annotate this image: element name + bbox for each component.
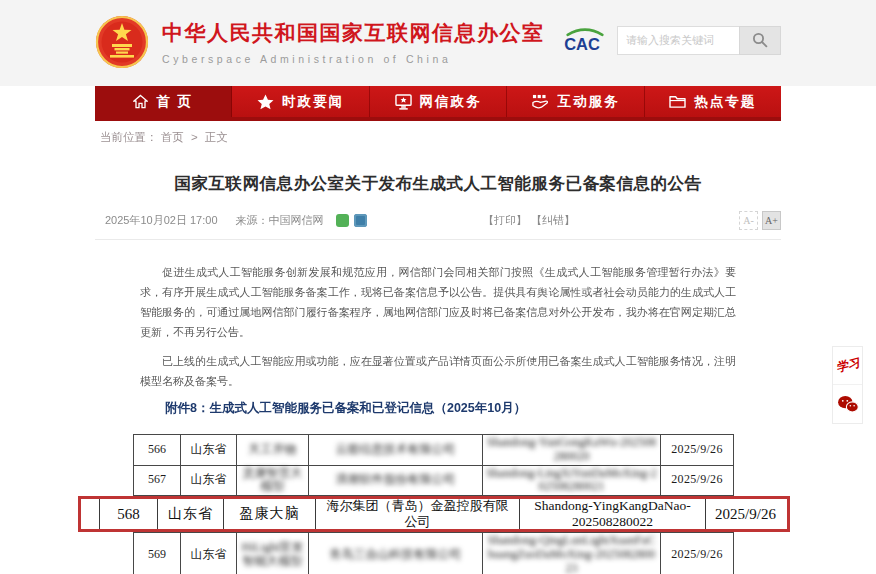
breadcrumb-prefix: 当前位置： [100, 131, 158, 143]
registration-table: 566 山东省 天工开物 云图信息技术有限公司 Shandong-YunGong… [133, 434, 733, 574]
svg-text:CAC: CAC [564, 35, 600, 53]
xuexi-icon: 学习 [834, 354, 861, 376]
error-report-button[interactable]: 【纠错】 [531, 213, 575, 228]
print-button[interactable]: 【打印】 [483, 213, 527, 228]
cell-date: 2025/9/26 [705, 499, 785, 529]
search-button[interactable] [739, 26, 781, 55]
nav-item-news[interactable]: 时政要闻 [232, 86, 369, 117]
article-meta: 2025年10月02日 17:00 来源：中国网信网 【打印】 【纠错】 A- … [95, 211, 781, 230]
nav-item-home[interactable]: 首 页 [95, 86, 232, 117]
cell-no: 566 [134, 435, 181, 466]
cell-model-redacted: 天工开物 [237, 435, 309, 466]
cell-company-redacted: 浪潮软件股份有限公司 [309, 465, 483, 496]
article-paragraph: 促进生成式人工智能服务创新发展和规范应用，网信部门会同相关部门按照《生成式人工智… [140, 262, 736, 342]
search-input[interactable] [617, 26, 739, 55]
cell-date: 2025/9/26 [661, 435, 734, 466]
share-xuexi-button[interactable]: 学习 [833, 347, 862, 385]
cell-date: 2025/9/26 [661, 465, 734, 496]
table-row: 566 山东省 天工开物 云图信息技术有限公司 Shandong-YunGong… [134, 435, 734, 466]
source-label: 来源：中国网信网 [236, 213, 324, 228]
cell-code-redacted: Shandong-LingXiYunDaMoXing-202508280021 [483, 465, 661, 496]
search-icon [752, 32, 768, 48]
cell-province: 山东省 [181, 465, 237, 496]
site-subtitle-en: Cyberspace Administration of China [162, 53, 545, 65]
star-icon [257, 94, 274, 110]
cell-company-redacted: 云图信息技术有限公司 [309, 435, 483, 466]
article-title: 国家互联网信息办公室关于发布生成式人工智能服务已备案信息的公告 [95, 173, 781, 195]
cell-province: 山东省 [181, 533, 237, 574]
share-wechat-button[interactable] [833, 385, 862, 423]
nav-item-egov[interactable]: 网信政务 [370, 86, 507, 117]
home-icon [133, 94, 148, 109]
nav-item-label: 时政要闻 [282, 93, 344, 111]
wechat-icon [837, 395, 859, 413]
source-name: 中国网信网 [269, 214, 324, 226]
main-nav: 首 页 时政要闻 网信政务 互动服务 热点专题 [95, 86, 781, 117]
cell-date: 2025/9/26 [661, 533, 734, 574]
monitor-icon [395, 94, 412, 110]
table-row: 567 山东省 灵犀智言大模型 浪潮软件股份有限公司 Shandong-Ling… [134, 465, 734, 496]
table-row: 569 山东省 HiLight宣发智能大模型 青岛三合山科技有限公司 Shand… [134, 533, 734, 574]
cell-province: 山东省 [157, 499, 223, 529]
share-sidebar: 学习 [832, 346, 863, 424]
cell-no: 568 [99, 499, 157, 529]
cell-no: 569 [134, 533, 181, 574]
breadcrumb: 当前位置： 首页 > 正文 [100, 121, 876, 152]
article-paragraph: 已上线的生成式人工智能应用或功能，应在显著位置或产品详情页面公示所使用已备案生成… [140, 351, 736, 391]
cell-model: 盈康大脑 [223, 499, 315, 529]
highlight-spacer-cell [81, 499, 99, 529]
national-emblem-logo [95, 15, 149, 69]
attachment-link[interactable]: 附件8：生成式人工智能服务已备案和已登记信息（2025年10月） [95, 400, 781, 417]
interaction-icon [531, 94, 549, 110]
table-row-highlighted: 568 山东省 盈康大脑 海尔集团（青岛）金盈控股有限公司 Shandong-Y… [78, 496, 790, 532]
cell-code-redacted: Shandong-YunGongKaWu-202508280020 [483, 435, 661, 466]
cell-no: 567 [134, 465, 181, 496]
font-decrease-button[interactable]: A- [739, 211, 758, 230]
cell-company: 海尔集团（青岛）金盈控股有限公司 [315, 499, 519, 529]
meta-divider [95, 239, 781, 240]
cell-province: 山东省 [181, 435, 237, 466]
share-weibo-icon[interactable] [354, 214, 367, 227]
nav-item-label: 首 页 [156, 93, 193, 111]
nav-item-label: 热点专题 [694, 93, 756, 111]
breadcrumb-home-link[interactable]: 首页 [161, 131, 184, 143]
nav-item-label: 互动服务 [557, 93, 619, 111]
nav-item-topics[interactable]: 热点专题 [645, 86, 781, 117]
breadcrumb-current: 正文 [205, 131, 228, 143]
font-increase-button[interactable]: A+ [762, 211, 781, 230]
cell-model-redacted: HiLight宣发智能大模型 [237, 533, 309, 574]
cac-logo: CAC [559, 25, 611, 55]
site-title: 中华人民共和国国家互联网信息办公室 [162, 19, 545, 47]
search-area: CAC [559, 25, 781, 55]
folder-icon [669, 94, 686, 109]
cell-model-redacted: 灵犀智言大模型 [237, 465, 309, 496]
nav-item-interactive[interactable]: 互动服务 [507, 86, 644, 117]
header-band: 中华人民共和国国家互联网信息办公室 Cyberspace Administrat… [0, 0, 876, 86]
cell-company-redacted: 青岛三合山科技有限公司 [309, 533, 483, 574]
breadcrumb-separator: > [191, 131, 198, 143]
publish-date: 2025年10月02日 17:00 [105, 213, 218, 228]
nav-item-label: 网信政务 [420, 93, 482, 111]
share-wechat-icon[interactable] [336, 214, 349, 227]
cell-code-redacted: Shandong-QingLunLightXuanFaChuangZuoDaMo… [483, 533, 661, 574]
cell-registration-code: Shandong-YingKangDaNao- 202508280022 [519, 499, 705, 529]
